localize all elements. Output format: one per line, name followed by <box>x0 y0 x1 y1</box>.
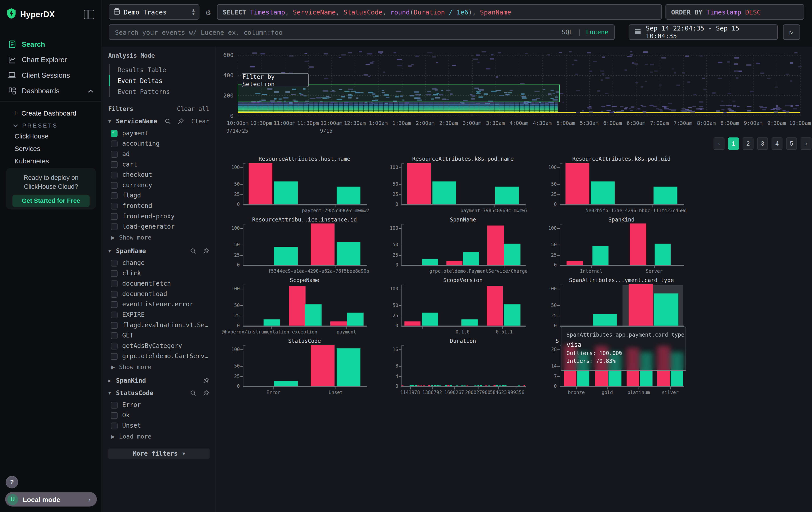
page-button-3[interactable]: 3 <box>757 137 768 150</box>
clear-all-button[interactable]: Clear all <box>177 105 209 113</box>
analysis-mode-results-table[interactable]: Results Table <box>110 64 209 75</box>
gear-icon[interactable]: ⚙ <box>203 7 213 18</box>
filter-checkbox-item[interactable]: eventListener.error <box>108 299 209 309</box>
checkbox-unchecked[interactable] <box>111 223 117 230</box>
filter-section-header-statuscode[interactable]: ▼StatusCode <box>108 389 209 397</box>
events-heatmap[interactable]: 6004002000Filter by Selection10:00pm10:3… <box>216 47 812 135</box>
checkbox-unchecked[interactable] <box>111 213 117 219</box>
get-started-button[interactable]: Get Started for Free <box>12 195 90 207</box>
filter-checkbox-item[interactable]: frontend <box>108 200 209 211</box>
filter-checkbox-item[interactable]: checkout <box>108 170 209 180</box>
pin-icon[interactable] <box>178 118 184 125</box>
chart-plot-area[interactable] <box>401 164 524 204</box>
checkbox-unchecked[interactable] <box>111 291 117 297</box>
chart-plot-area[interactable] <box>560 224 683 265</box>
checkbox-unchecked[interactable] <box>111 322 117 328</box>
search-icon[interactable] <box>190 390 196 396</box>
search-icon[interactable] <box>190 248 196 254</box>
filter-checkbox-item[interactable]: flagd <box>108 190 209 201</box>
sidebar-item-kubernetes[interactable]: Kubernetes <box>0 155 102 167</box>
filter-checkbox-item[interactable]: payment <box>108 128 209 138</box>
page-button-1[interactable]: 1 <box>728 137 739 150</box>
sidebar-item-dashboards[interactable]: Dashboards <box>0 83 102 99</box>
checkbox-unchecked[interactable] <box>111 332 117 339</box>
sql-select-editor[interactable]: SELECT Timestamp, ServiceName, StatusCod… <box>217 4 662 20</box>
filter-checkbox-item[interactable]: load-generator <box>108 221 209 232</box>
local-mode-menu[interactable]: U Local mode › <box>5 492 97 507</box>
filter-checkbox-item[interactable]: click <box>108 268 209 278</box>
checkbox-unchecked[interactable] <box>111 412 117 419</box>
chart-plot-area[interactable] <box>560 285 683 326</box>
filter-checkbox-item[interactable]: ad <box>108 149 209 159</box>
lang-lucene-option[interactable]: Lucene <box>586 28 609 36</box>
show-more-link[interactable]: ▶Show more <box>108 232 209 242</box>
sidebar-item-services[interactable]: Services <box>0 142 102 155</box>
checkbox-unchecked[interactable] <box>111 260 117 266</box>
filter-checkbox-item[interactable]: currency <box>108 180 209 190</box>
sidebar-item-chart-explorer[interactable]: Chart Explorer <box>0 52 102 68</box>
filter-checkbox-item[interactable]: getAdsByCategory <box>108 341 209 351</box>
filter-checkbox-item[interactable]: Unset <box>108 421 209 431</box>
page-button-2[interactable]: 2 <box>743 137 754 150</box>
filter-checkbox-item[interactable]: flagd.evaluation.v1.Serv… <box>108 320 209 330</box>
help-button[interactable]: ? <box>6 476 18 488</box>
filter-section-header-spanname[interactable]: ▼SpanName <box>108 247 209 255</box>
clear-section-button[interactable]: Clear <box>191 118 209 125</box>
filter-checkbox-item[interactable]: frontend-proxy <box>108 211 209 221</box>
checkbox-unchecked[interactable] <box>111 353 117 359</box>
chart-plot-area[interactable] <box>243 346 366 386</box>
order-by-editor[interactable]: ORDER BY Timestamp DESC <box>665 4 804 20</box>
checkbox-unchecked[interactable] <box>111 140 117 147</box>
chart-plot-area[interactable] <box>560 164 683 204</box>
filter-checkbox-item[interactable]: grpc.oteldemo.CartServic… <box>108 351 209 361</box>
run-query-button[interactable]: ▷ <box>783 24 800 40</box>
page-next-button[interactable]: › <box>801 137 812 150</box>
filter-checkbox-item[interactable]: change <box>108 258 209 268</box>
page-prev-button[interactable]: ‹ <box>714 137 724 150</box>
checkbox-unchecked[interactable] <box>111 203 117 209</box>
checkbox-checked[interactable] <box>111 130 117 136</box>
pin-icon[interactable] <box>203 378 209 384</box>
lang-sql-option[interactable]: SQL <box>562 28 573 36</box>
filter-by-selection-button[interactable]: Filter by Selection <box>242 73 309 87</box>
chart-plot-area[interactable] <box>243 164 366 204</box>
collapse-sidebar-icon[interactable] <box>84 10 94 19</box>
sidebar-item-client-sessions[interactable]: Client Sessions <box>0 68 102 83</box>
chart-plot-area[interactable] <box>401 285 524 326</box>
page-button-4[interactable]: 4 <box>772 137 782 150</box>
chart-plot-area[interactable] <box>401 346 524 386</box>
sidebar-item-search[interactable]: Search <box>0 36 102 52</box>
create-dashboard-button[interactable]: + Create Dashboard <box>0 107 102 119</box>
source-select[interactable]: Demo Traces ▲▼ <box>109 4 199 20</box>
filter-checkbox-item[interactable]: Error <box>108 400 209 410</box>
chevron-up-icon[interactable] <box>88 87 94 95</box>
date-range-picker[interactable]: Sep 14 22:04:35 - Sep 15 10:04:35 <box>629 24 778 40</box>
checkbox-unchecked[interactable] <box>111 422 117 429</box>
checkbox-unchecked[interactable] <box>111 270 117 276</box>
filter-checkbox-item[interactable]: accounting <box>108 138 209 149</box>
filter-checkbox-item[interactable]: GET <box>108 330 209 341</box>
filter-checkbox-item[interactable]: documentLoad <box>108 289 209 299</box>
analysis-mode-event-patterns[interactable]: Event Patterns <box>110 86 209 97</box>
filter-checkbox-item[interactable]: Ok <box>108 410 209 421</box>
pin-icon[interactable] <box>203 248 209 254</box>
filter-checkbox-item[interactable]: documentFetch <box>108 278 209 289</box>
checkbox-unchecked[interactable] <box>111 312 117 318</box>
checkbox-unchecked[interactable] <box>111 171 117 178</box>
load-more-link[interactable]: ▶Load more <box>108 431 209 441</box>
filter-section-header-spankind[interactable]: ▶SpanKind <box>108 377 209 384</box>
filter-checkbox-item[interactable]: cart <box>108 159 209 170</box>
checkbox-unchecked[interactable] <box>111 342 117 349</box>
presets-toggle[interactable]: PRESETS <box>0 119 102 130</box>
search-input[interactable]: Search your events w/ Lucene ex. column:… <box>109 24 615 40</box>
checkbox-unchecked[interactable] <box>111 280 117 287</box>
checkbox-unchecked[interactable] <box>111 402 117 408</box>
chart-plot-area[interactable] <box>243 224 366 265</box>
chart-plot-area[interactable] <box>243 285 366 326</box>
filter-checkbox-item[interactable]: EXPIRE <box>108 309 209 320</box>
checkbox-unchecked[interactable] <box>111 151 117 157</box>
checkbox-unchecked[interactable] <box>111 301 117 308</box>
checkbox-unchecked[interactable] <box>111 161 117 168</box>
sidebar-item-clickhouse[interactable]: ClickHouse <box>0 130 102 142</box>
show-more-link[interactable]: ▶Show more <box>108 361 209 372</box>
